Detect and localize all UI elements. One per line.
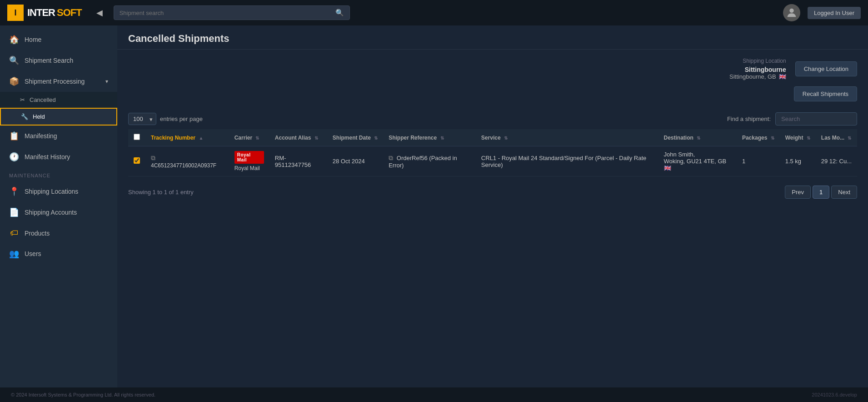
svg-point-0 bbox=[789, 9, 793, 13]
accounts-icon: 📄 bbox=[9, 207, 19, 217]
sidebar-item-manifest-history[interactable]: 🕐 Manifest History bbox=[0, 146, 117, 167]
col-tracking-number[interactable]: Tracking Number ▲ bbox=[145, 129, 229, 146]
products-icon: 🏷 bbox=[9, 228, 19, 238]
row-destination: John Smith, Woking, GU21 4TE, GB 🇬🇧 bbox=[658, 146, 737, 176]
sidebar-item-shipping-locations[interactable]: 📍 Shipping Locations bbox=[0, 181, 117, 202]
sidebar-item-shipping-accounts[interactable]: 📄 Shipping Accounts bbox=[0, 202, 117, 223]
account-sort-icon: ⇅ bbox=[314, 136, 318, 141]
sidebar-item-products[interactable]: 🏷 Products bbox=[0, 223, 117, 243]
destination-loc: Woking, GU21 4TE, GB 🇬🇧 bbox=[664, 158, 731, 171]
col-destination[interactable]: Destination ⇅ bbox=[658, 129, 737, 146]
row-shipper-ref-text: OrderRef56 (Packed in Error) bbox=[389, 155, 457, 169]
next-page-button[interactable]: Next bbox=[831, 186, 857, 199]
user-icon bbox=[785, 6, 798, 19]
location-sub-text: Sittingbourne, GB bbox=[729, 73, 776, 80]
service-header-label: Service bbox=[481, 135, 501, 141]
row-checkbox[interactable] bbox=[134, 157, 140, 164]
col-account-alias[interactable]: Account Alias ⇅ bbox=[269, 129, 327, 146]
home-icon: 🏠 bbox=[9, 35, 19, 45]
maintenance-section-label: MAINTENANCE bbox=[0, 167, 117, 181]
row-shipment-date: 28 Oct 2024 bbox=[327, 146, 383, 176]
logo: I INTERSOFT bbox=[7, 5, 82, 21]
table-wrapper: Tracking Number ▲ Carrier ⇅ Account Alia… bbox=[117, 129, 868, 178]
pagination-bar: Showing 1 to 1 of 1 entry Prev 1 Next bbox=[117, 178, 868, 206]
sidebar-item-home[interactable]: 🏠 Home bbox=[0, 29, 117, 50]
location-label: Shipping Location bbox=[729, 58, 786, 64]
logo-soft-text: SOFT bbox=[57, 7, 82, 19]
shipment-date-header-label: Shipment Date bbox=[333, 135, 371, 141]
row-packages: 1 bbox=[737, 146, 780, 176]
sidebar: 🏠 Home 🔍 Shipment Search 📦 Shipment Proc… bbox=[0, 25, 117, 387]
gb-flag-icon: 🇬🇧 bbox=[779, 73, 786, 80]
sidebar-item-users[interactable]: 👥 Users bbox=[0, 243, 117, 264]
users-icon: 👥 bbox=[9, 249, 19, 259]
location-info: Shipping Location Sittingbourne Sittingb… bbox=[729, 58, 786, 80]
sidebar-item-shipment-processing[interactable]: 📦 Shipment Processing ▾ bbox=[0, 71, 117, 92]
footer-copyright: © 2024 Intersoft Systems & Programming L… bbox=[11, 392, 155, 397]
find-shipment-input[interactable] bbox=[775, 112, 857, 126]
col-service[interactable]: Service ⇅ bbox=[476, 129, 658, 146]
row-tracking-cell: ⧉ 4C6512347716002A0937F bbox=[145, 146, 229, 176]
weight-sort-icon: ⇅ bbox=[807, 136, 810, 141]
sidebar-item-products-label: Products bbox=[25, 230, 50, 237]
location-section: Shipping Location Sittingbourne Sittingb… bbox=[117, 50, 868, 85]
destination-loc-text: Woking, GU21 4TE, GB bbox=[664, 158, 727, 165]
col-shipper-ref[interactable]: Shipper Reference ⇅ bbox=[383, 129, 476, 146]
sidebar-item-shipment-search[interactable]: 🔍 Shipment Search bbox=[0, 50, 117, 71]
entries-per-page-label: entries per page bbox=[160, 116, 203, 122]
destination-header-label: Destination bbox=[664, 135, 693, 141]
dest-sort-icon: ⇅ bbox=[697, 136, 700, 141]
carrier-badge: Royal Mail bbox=[234, 151, 264, 164]
held-icon: 🔧 bbox=[21, 113, 28, 120]
main-layout: 🏠 Home 🔍 Shipment Search 📦 Shipment Proc… bbox=[0, 25, 868, 387]
last-mod-header-label: Las Mo... bbox=[821, 135, 844, 141]
entries-select-wrapper: 100 25 50 bbox=[128, 113, 156, 125]
footer: © 2024 Intersoft Systems & Programming L… bbox=[0, 387, 868, 402]
weight-header-label: Weight bbox=[785, 135, 803, 141]
date-sort-icon: ⇅ bbox=[374, 136, 378, 141]
change-location-button[interactable]: Change Location bbox=[795, 61, 857, 76]
location-icon: 📍 bbox=[9, 186, 19, 196]
page-1-button[interactable]: 1 bbox=[813, 186, 829, 199]
service-sort-icon: ⇅ bbox=[504, 136, 508, 141]
carrier-sort-icon: ⇅ bbox=[255, 136, 259, 141]
copy-icon[interactable]: ⧉ bbox=[151, 154, 155, 161]
row-checkbox-cell[interactable] bbox=[128, 146, 145, 176]
select-all-checkbox[interactable] bbox=[134, 134, 140, 140]
sidebar-collapse-button[interactable]: ◀ bbox=[93, 6, 106, 20]
lastmod-sort-icon: ⇅ bbox=[848, 136, 851, 141]
main-content: Cancelled Shipments Shipping Location Si… bbox=[117, 25, 868, 387]
col-shipment-date[interactable]: Shipment Date ⇅ bbox=[327, 129, 383, 146]
manifesting-icon: 📋 bbox=[9, 131, 19, 141]
col-carrier[interactable]: Carrier ⇅ bbox=[229, 129, 269, 146]
sidebar-item-users-label: Users bbox=[25, 250, 41, 257]
username-button[interactable]: Logged In User bbox=[808, 7, 861, 19]
shipment-processing-icon: 📦 bbox=[9, 76, 19, 86]
sidebar-nav: 🏠 Home 🔍 Shipment Search 📦 Shipment Proc… bbox=[0, 25, 117, 387]
sidebar-item-shipping-accounts-label: Shipping Accounts bbox=[25, 209, 77, 216]
table-header-row: Tracking Number ▲ Carrier ⇅ Account Alia… bbox=[128, 129, 857, 146]
col-packages[interactable]: Packages ⇅ bbox=[737, 129, 780, 146]
col-last-mod[interactable]: Las Mo... ⇅ bbox=[816, 129, 857, 146]
prev-page-button[interactable]: Prev bbox=[785, 186, 811, 199]
table-controls: 100 25 50 entries per page Find a shipme… bbox=[117, 109, 868, 129]
recall-shipments-button[interactable]: Recall Shipments bbox=[794, 86, 857, 101]
select-all-header[interactable] bbox=[128, 129, 145, 146]
carrier-header-label: Carrier bbox=[234, 135, 252, 141]
table-body: ⧉ 4C6512347716002A0937F Royal Mail Royal… bbox=[128, 146, 857, 176]
global-search-input[interactable] bbox=[120, 10, 332, 16]
account-alias-header-label: Account Alias bbox=[275, 135, 311, 141]
sidebar-item-manifesting-label: Manifesting bbox=[25, 132, 57, 140]
sidebar-item-cancelled-label: Cancelled bbox=[30, 96, 56, 103]
copy-ref-icon[interactable]: ⧉ bbox=[389, 154, 393, 161]
sidebar-item-manifesting[interactable]: 📋 Manifesting bbox=[0, 126, 117, 146]
sidebar-item-cancelled[interactable]: ✂ Cancelled bbox=[0, 92, 117, 108]
sidebar-item-held[interactable]: 🔧 Held bbox=[0, 108, 117, 126]
entries-per-page-select[interactable]: 100 25 50 bbox=[128, 113, 156, 125]
row-shipper-ref: ⧉ OrderRef56 (Packed in Error) bbox=[383, 146, 476, 176]
packages-header-label: Packages bbox=[742, 135, 767, 141]
sidebar-item-manifest-history-label: Manifest History bbox=[25, 153, 70, 161]
recall-section: Recall Shipments bbox=[117, 85, 868, 109]
location-sub: Sittingbourne, GB 🇬🇧 bbox=[729, 73, 786, 80]
col-weight[interactable]: Weight ⇅ bbox=[780, 129, 816, 146]
